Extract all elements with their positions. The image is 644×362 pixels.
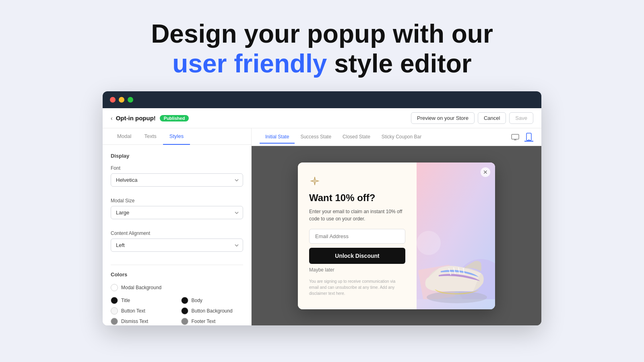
main-layout: Modal Texts Styles Display Font Helvetic… xyxy=(103,128,541,325)
color-grid: Title Body Button Text xyxy=(111,297,243,325)
mobile-icon[interactable] xyxy=(524,133,533,142)
footer-swatch[interactable] xyxy=(181,318,188,325)
modal-popup: ✕ Want 10% off? Enter your email to clai… xyxy=(298,162,495,309)
published-badge: Published xyxy=(160,115,189,121)
desktop-icon[interactable] xyxy=(511,133,520,142)
divider xyxy=(111,265,243,265)
color-item-body: Body xyxy=(181,297,244,304)
content-align-label: Content Alignment xyxy=(111,230,243,236)
font-label: Font xyxy=(111,165,243,171)
body-color-swatch[interactable] xyxy=(181,297,188,304)
color-item-dismiss: Dismiss Text xyxy=(111,318,173,325)
minimize-window-button[interactable] xyxy=(119,97,124,103)
modal-bg-label: Modal Background xyxy=(121,285,161,290)
state-tab-success[interactable]: Success State xyxy=(295,131,337,144)
font-select[interactable]: Helvetica Arial Georgia xyxy=(111,173,243,187)
state-tab-closed[interactable]: Closed State xyxy=(337,131,376,144)
button-text-label: Button Text xyxy=(121,308,145,314)
modal-body-text: Enter your email to claim an instant 10%… xyxy=(309,208,405,222)
title-color-swatch[interactable] xyxy=(111,297,118,304)
color-item-title: Title xyxy=(111,297,173,304)
panel-content: Display Font Helvetica Arial Georgia Mod… xyxy=(103,145,251,325)
modal-bg-color-row: Modal Background xyxy=(111,284,243,291)
popup-title: Opt-in popup! xyxy=(116,115,156,121)
state-tab-initial[interactable]: Initial State xyxy=(260,131,295,144)
back-icon: ‹ xyxy=(111,115,113,121)
state-tabs: Initial State Success State Closed State… xyxy=(260,131,427,143)
svg-point-7 xyxy=(314,180,316,182)
color-item-button-bg: Button Background xyxy=(181,307,244,315)
unlock-discount-button[interactable]: Unlock Discount xyxy=(309,248,405,264)
back-button[interactable]: ‹ xyxy=(111,115,113,121)
maximize-window-button[interactable] xyxy=(128,97,133,103)
content-align-field: Content Alignment Left Center Right xyxy=(111,230,243,258)
hero-blue-text: user friendly xyxy=(172,49,327,78)
sneaker-illustration xyxy=(417,205,495,309)
svg-point-6 xyxy=(528,139,529,140)
font-field: Font Helvetica Arial Georgia xyxy=(111,165,243,193)
preview-top-bar: Initial State Success State Closed State… xyxy=(252,128,541,146)
modal-disclaimer: You are signing up to receive communicat… xyxy=(309,278,405,296)
modal-image-area xyxy=(417,162,495,309)
email-input[interactable] xyxy=(309,229,405,244)
left-panel: Modal Texts Styles Display Font Helvetic… xyxy=(103,128,252,325)
tab-styles[interactable]: Styles xyxy=(163,128,190,145)
modal-size-field: Modal Size Large Medium Small xyxy=(111,198,243,226)
title-bar xyxy=(103,91,541,108)
color-item-button-text: Button Text xyxy=(111,307,173,315)
right-panel: Initial State Success State Closed State… xyxy=(252,128,541,325)
preview-area: ✕ Want 10% off? Enter your email to clai… xyxy=(252,146,541,325)
cancel-button[interactable]: Cancel xyxy=(478,112,506,124)
editor-tabs: Modal Texts Styles xyxy=(103,128,251,145)
colors-section-title: Colors xyxy=(111,272,243,278)
modal-bg-swatch[interactable] xyxy=(111,284,118,291)
body-color-label: Body xyxy=(192,298,202,303)
save-button[interactable]: Save xyxy=(509,112,533,124)
dismiss-link[interactable]: Maybe later xyxy=(309,267,405,273)
modal-size-select[interactable]: Large Medium Small xyxy=(111,206,243,219)
dismiss-swatch[interactable] xyxy=(111,318,118,325)
svg-point-12 xyxy=(427,291,487,303)
hero-line1: Design your popup with our xyxy=(151,19,493,48)
top-bar: ‹ Opt-in popup! Published Preview on you… xyxy=(103,108,541,128)
hero-section: Design your popup with our user friendly… xyxy=(0,0,644,91)
tab-modal[interactable]: Modal xyxy=(111,128,138,145)
footer-label: Footer Text xyxy=(192,319,216,324)
title-color-label: Title xyxy=(121,298,130,303)
button-bg-label: Button Background xyxy=(192,308,233,314)
modal-heading: Want 10% off? xyxy=(309,192,405,204)
color-item-footer: Footer Text xyxy=(181,318,244,325)
modal-close-button[interactable]: ✕ xyxy=(481,167,490,177)
content-align-select[interactable]: Left Center Right xyxy=(111,239,243,252)
modal-sparkle-icon xyxy=(309,175,405,189)
close-window-button[interactable] xyxy=(110,97,116,103)
modal-left-content: Want 10% off? Enter your email to claim … xyxy=(298,162,417,309)
button-bg-swatch[interactable] xyxy=(181,307,188,315)
display-section-title: Display xyxy=(111,153,243,159)
svg-rect-2 xyxy=(512,134,519,139)
state-tab-coupon[interactable]: Sticky Coupon Bar xyxy=(376,131,427,144)
device-icons xyxy=(511,133,533,142)
modal-size-label: Modal Size xyxy=(111,198,243,204)
button-text-swatch[interactable] xyxy=(111,307,118,315)
dismiss-label: Dismiss Text xyxy=(121,319,148,324)
top-bar-actions: Preview on your Store Cancel Save xyxy=(411,112,533,124)
tab-texts[interactable]: Texts xyxy=(138,128,163,145)
browser-window: ‹ Opt-in popup! Published Preview on you… xyxy=(103,91,541,325)
preview-store-button[interactable]: Preview on your Store xyxy=(411,112,475,124)
app-content: ‹ Opt-in popup! Published Preview on you… xyxy=(103,108,541,325)
hero-rest-text: style editor xyxy=(327,49,471,78)
colors-section: Colors Modal Background Title xyxy=(111,272,243,325)
